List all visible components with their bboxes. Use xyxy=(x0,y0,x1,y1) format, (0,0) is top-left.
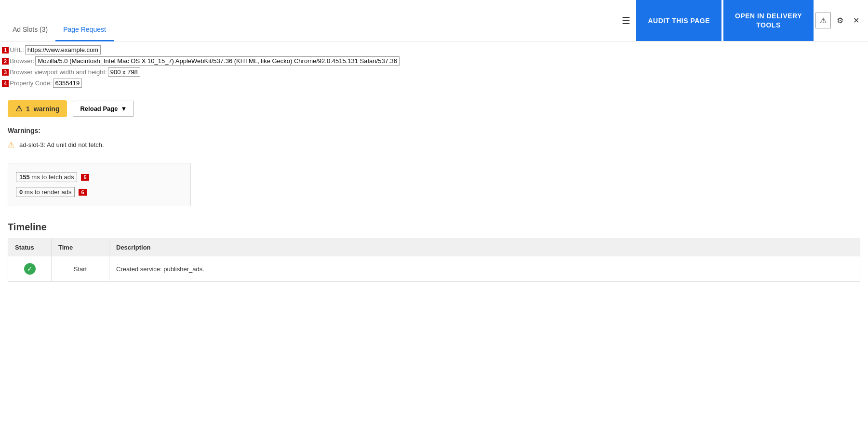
warnings-section: Warnings: ⚠ ad-slot-3: Ad unit did not f… xyxy=(0,123,868,155)
open-in-delivery-tools-button[interactable]: OPEN IN DELIVERY TOOLS xyxy=(723,0,814,41)
stat-label-render: 0 ms to render ads xyxy=(16,187,75,197)
warning-bar-section: ⚠ 1 warning Reload Page ▼ xyxy=(0,89,868,123)
stat-num-fetch: 155 xyxy=(19,173,30,181)
timeline-time-cell: Start xyxy=(52,256,109,282)
warning-badge[interactable]: ⚠ 1 warning xyxy=(8,100,67,117)
property-code-label: Property Code: xyxy=(10,80,52,87)
warning-item-icon: ⚠ xyxy=(8,140,14,149)
info-row-browser: 2 Browser: Mozilla/5.0 (Macintosh; Intel… xyxy=(0,55,868,66)
property-code-value: 6355419 xyxy=(53,79,82,88)
warning-count: 1 xyxy=(26,105,30,113)
info-row-url: 1 URL: https://www.example.com xyxy=(0,44,868,55)
timeline-title: Timeline xyxy=(8,222,860,233)
tab-page-request[interactable]: Page Request xyxy=(55,21,114,41)
viewport-label: Browser viewport width and height: xyxy=(10,68,107,76)
stat-label-fetch: 155 ms to fetch ads xyxy=(16,172,77,182)
stat-text-render: ms to render ads xyxy=(25,188,72,196)
message-icon: ⚠ xyxy=(820,16,827,25)
close-button[interactable]: ✕ xyxy=(849,13,863,28)
info-section: 1 URL: https://www.example.com 2 Browser… xyxy=(0,41,868,89)
warning-label: warning xyxy=(34,105,60,113)
reload-dropdown-arrow-icon: ▼ xyxy=(121,105,127,112)
url-label: URL: xyxy=(10,46,24,53)
viewport-value: 900 x 798 xyxy=(108,67,140,77)
col-header-status: Status xyxy=(8,239,52,256)
stat-num-render: 0 xyxy=(19,188,23,196)
settings-button[interactable]: ⚙ xyxy=(833,13,847,28)
browser-value: Mozilla/5.0 (Macintosh; Intel Mac OS X 1… xyxy=(35,56,400,66)
stats-box: 155 ms to fetch ads 5 0 ms to render ads… xyxy=(8,163,191,206)
col-header-time: Time xyxy=(52,239,109,256)
row-number-2: 2 xyxy=(2,58,9,65)
info-row-property-code: 4 Property Code: 6355419 xyxy=(0,78,868,89)
timeline-status-cell: ✓ xyxy=(8,256,52,282)
header: Ad Slots (3) Page Request ☰ AUDIT THIS P… xyxy=(0,0,868,41)
stat-row-0: 155 ms to fetch ads 5 xyxy=(16,171,183,183)
warning-item-0: ⚠ ad-slot-3: Ad unit did not fetch. xyxy=(8,138,860,151)
tab-ad-slots[interactable]: Ad Slots (3) xyxy=(5,21,55,41)
message-icon-button[interactable]: ⚠ xyxy=(815,13,831,28)
url-value: https://www.example.com xyxy=(25,45,101,54)
row-number-4: 4 xyxy=(2,80,9,87)
reload-page-button[interactable]: Reload Page ▼ xyxy=(73,101,134,117)
timeline-table: Status Time Description ✓ Start Created … xyxy=(8,238,860,282)
timeline-header-row: Status Time Description xyxy=(8,239,860,256)
timeline-description-cell: Created service: publisher_ads. xyxy=(109,256,860,282)
status-check-icon: ✓ xyxy=(24,263,36,275)
hamburger-button[interactable]: ☰ xyxy=(618,11,634,30)
browser-label: Browser: xyxy=(10,57,34,65)
row-number-3: 3 xyxy=(2,69,9,76)
stat-badge-fetch: 5 xyxy=(81,174,89,181)
stat-text-fetch: ms to fetch ads xyxy=(31,173,74,181)
close-icon: ✕ xyxy=(853,16,859,25)
timeline-section: Timeline Status Time Description ✓ Start… xyxy=(0,214,868,290)
header-actions: ☰ AUDIT THIS PAGE OPEN IN DELIVERY TOOLS… xyxy=(613,0,868,41)
warnings-title: Warnings: xyxy=(8,127,860,134)
gear-icon: ⚙ xyxy=(837,16,843,25)
audit-this-page-button[interactable]: AUDIT THIS PAGE xyxy=(636,0,721,41)
stat-row-1: 0 ms to render ads 6 xyxy=(16,186,183,198)
header-spacer xyxy=(119,0,614,41)
warning-circle-icon: ⚠ xyxy=(15,104,22,113)
col-header-description: Description xyxy=(109,239,860,256)
row-number-1: 1 xyxy=(2,47,9,53)
table-row: ✓ Start Created service: publisher_ads. xyxy=(8,256,860,282)
warning-item-text: ad-slot-3: Ad unit did not fetch. xyxy=(19,141,104,148)
info-row-viewport: 3 Browser viewport width and height: 900… xyxy=(0,66,868,78)
stat-badge-render: 6 xyxy=(79,189,86,196)
tab-bar: Ad Slots (3) Page Request xyxy=(0,0,119,41)
